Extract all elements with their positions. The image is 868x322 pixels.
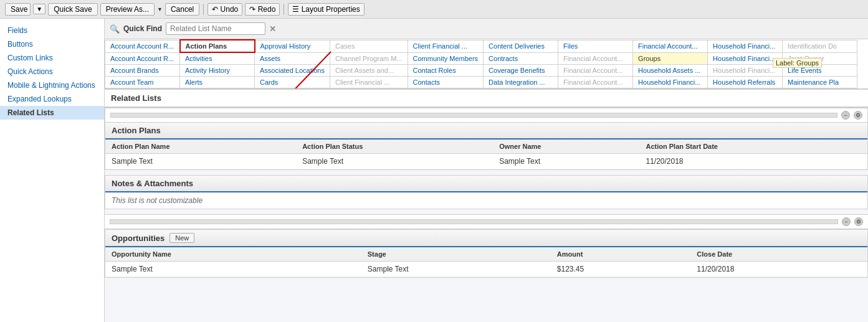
col-opportunity-name: Opportunity Name [105, 247, 361, 262]
quick-find-label: Quick Find [123, 24, 162, 33]
notes-collapse-button[interactable]: − [842, 217, 851, 226]
quick-find-bar: 🔍 Quick Find ✕ [105, 19, 868, 39]
action-plans-title: Action Plans [112, 126, 161, 135]
grid-cell[interactable]: Files [558, 40, 633, 52]
grid-cell[interactable]: Household Financi... [708, 52, 783, 65]
grid-cell[interactable]: Account Brands [105, 65, 180, 77]
grid-cell[interactable]: Client Assets and... [330, 65, 408, 77]
col-owner-name: Owner Name [493, 140, 639, 154]
quick-save-button[interactable]: Quick Save [48, 3, 97, 16]
table-row: 11/20/2018 [690, 262, 867, 277]
grid-cell[interactable]: Household Financi... [633, 77, 708, 88]
opportunities-block: Opportunities New Opportunity Name Stage… [105, 229, 868, 278]
grid-cell[interactable]: Cases [330, 40, 408, 52]
grid-cell[interactable]: Financial Account... [558, 65, 633, 77]
grid-cell[interactable]: Account Team [105, 77, 180, 88]
grid-cell[interactable]: Identification Do [783, 40, 857, 52]
related-list-grid: Account Account R...Action PlansApproval… [105, 39, 868, 90]
col-close-date: Close Date [690, 247, 867, 262]
notes-title: Notes & Attachments [112, 179, 193, 188]
opportunities-title: Opportunities [112, 234, 165, 243]
undo-button[interactable]: ↶ Undo [207, 3, 242, 16]
sidebar-item-expanded-lookups[interactable]: Expanded Lookups [0, 92, 104, 106]
grid-cell[interactable]: Contacts [408, 77, 484, 88]
grid-table: Account Account R...Action PlansApproval… [105, 39, 857, 88]
redo-button[interactable]: ↷ Redo [245, 3, 280, 16]
grid-cell[interactable]: Activities [180, 52, 255, 65]
col-action-plan-start-date: Action Plan Start Date [639, 140, 867, 154]
grid-cell[interactable]: Alerts [180, 77, 255, 88]
toolbar: Save ▼ Quick Save Preview As... ▼ Cancel… [0, 0, 868, 19]
grid-cell[interactable]: Household Financi... [708, 65, 783, 77]
related-lists-section: Related Lists − ⚙ Action Plans Action Pl… [105, 90, 868, 322]
table-row: Sample Text [105, 262, 361, 277]
grid-cell[interactable]: Assets [255, 52, 330, 65]
sidebar-item-fields[interactable]: Fields [0, 24, 104, 37]
grid-cell[interactable]: Contact Roles [408, 65, 484, 77]
notes-title-bar: Notes & Attachments [105, 176, 867, 192]
not-customizable-text: This list is not customizable [105, 192, 867, 209]
new-opportunity-button[interactable]: New [169, 233, 194, 243]
clear-search-button[interactable]: ✕ [269, 24, 276, 34]
grid-cell[interactable]: Joint Owner [783, 52, 857, 65]
grid-cell[interactable]: Contracts [484, 52, 558, 65]
col-amount: Amount [551, 247, 691, 262]
opportunities-title-bar: Opportunities New [105, 230, 867, 247]
notes-scroll-bar: − ⚙ [105, 214, 868, 229]
notes-settings-button[interactable]: ⚙ [854, 217, 863, 226]
sidebar-item-mobile-lightning[interactable]: Mobile & Lightning Actions [0, 78, 104, 92]
save-button[interactable]: Save [5, 3, 31, 16]
scroll-track[interactable] [110, 113, 837, 118]
sidebar: Fields Buttons Custom Links Quick Action… [0, 19, 105, 322]
grid-cell[interactable]: Account Account R... [105, 52, 180, 65]
action-plans-block: − ⚙ Action Plans Action Plan Name Action… [105, 107, 868, 170]
table-row: Sample Text [296, 154, 493, 169]
collapse-button[interactable]: − [841, 111, 850, 120]
grid-cell[interactable]: Household Referrals [708, 77, 783, 88]
cancel-button[interactable]: Cancel [165, 3, 199, 16]
grid-cell[interactable]: Household Assets ... [633, 65, 708, 77]
col-stage: Stage [361, 247, 551, 262]
table-row: Sample Text [361, 262, 551, 277]
grid-cell[interactable]: Client Financial ... [330, 77, 408, 88]
grid-cell[interactable]: Cards [255, 77, 330, 88]
notes-scroll-track[interactable] [110, 219, 838, 224]
grid-cell[interactable]: Life Events [783, 65, 857, 77]
grid-cell[interactable]: Content Deliveries [484, 40, 558, 52]
preview-as-button[interactable]: Preview As... [100, 3, 155, 16]
grid-cell[interactable]: Financial Account... [558, 77, 633, 88]
grid-cell[interactable]: Data Integration ... [484, 77, 558, 88]
action-plans-table: Action Plan Name Action Plan Status Owne… [105, 140, 867, 169]
settings-button[interactable]: ⚙ [854, 111, 862, 120]
grid-cell[interactable]: Account Account R... [105, 40, 180, 52]
col-action-plan-status: Action Plan Status [296, 140, 493, 154]
grid-cell[interactable]: Associated Locations [255, 65, 330, 77]
action-plans-title-bar: Action Plans [105, 123, 867, 140]
grid-cell[interactable]: Client Financial ... [408, 40, 484, 52]
sidebar-item-custom-links[interactable]: Custom Links [0, 51, 104, 65]
quick-find-input[interactable] [166, 22, 265, 35]
grid-cell[interactable]: Approval History [255, 40, 330, 52]
search-icon: 🔍 [110, 24, 120, 34]
grid-cell[interactable]: Community Members [408, 52, 484, 65]
action-plans-scroll-bar: − ⚙ [105, 108, 867, 123]
grid-cell[interactable]: Household Financi... [708, 40, 783, 52]
col-action-plan-name: Action Plan Name [105, 140, 296, 154]
sidebar-item-related-lists[interactable]: Related Lists [0, 106, 104, 120]
main-layout: Fields Buttons Custom Links Quick Action… [0, 19, 868, 322]
sidebar-item-quick-actions[interactable]: Quick Actions [0, 65, 104, 78]
sidebar-item-buttons[interactable]: Buttons [0, 37, 104, 51]
grid-cell[interactable]: Action Plans [180, 40, 255, 52]
table-row: $123.45 [551, 262, 691, 277]
related-lists-heading: Related Lists [105, 90, 868, 107]
layout-properties-button[interactable]: ☰ Layout Properties [288, 3, 364, 16]
grid-cell[interactable]: Groups [633, 52, 708, 65]
grid-cell[interactable]: Maintenance Pla [783, 77, 857, 88]
grid-cell[interactable]: Activity History [180, 65, 255, 77]
grid-cell[interactable]: Coverage Benefits [484, 65, 558, 77]
grid-cell[interactable]: Financial Account... [558, 52, 633, 65]
grid-cell[interactable]: Financial Account... [633, 40, 708, 52]
save-dropdown-arrow[interactable]: ▼ [33, 4, 45, 14]
grid-cell[interactable]: Channel Program M... [330, 52, 408, 65]
notes-attachments-block: Notes & Attachments This list is not cus… [105, 175, 868, 209]
